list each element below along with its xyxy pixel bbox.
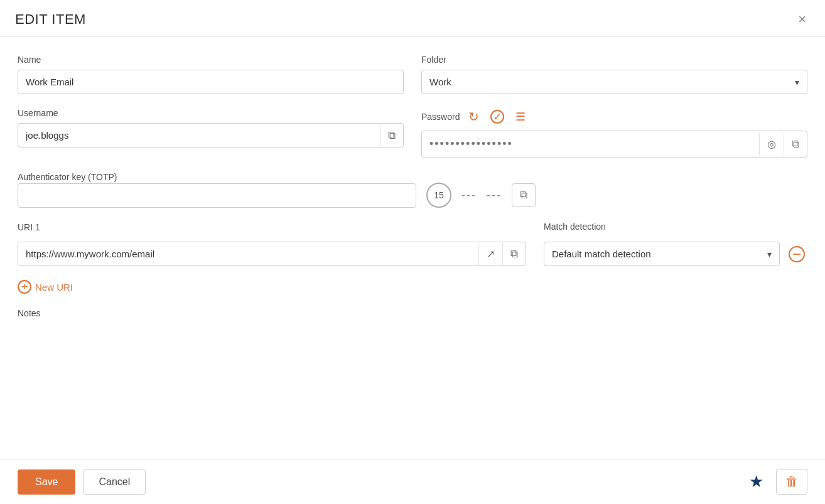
folder-col: Folder Work Personal Finance None ▾ — [421, 55, 807, 94]
new-uri-button[interactable]: + New URI — [18, 277, 73, 296]
modal-footer: Save Cancel ★ 🗑 — [0, 459, 825, 504]
folder-select[interactable]: Work Personal Finance None — [422, 70, 807, 94]
match-select[interactable]: Default match detection Base domain Host… — [544, 242, 779, 265]
list-icon: ☰ — [515, 110, 526, 124]
match-label: Match detection — [544, 222, 606, 232]
uri-input-wrap: ↗ ⧉ — [18, 242, 526, 266]
cancel-button[interactable]: Cancel — [83, 469, 146, 495]
password-options-button[interactable]: ☰ — [513, 109, 528, 125]
copy-totp-button[interactable]: ⧉ — [512, 183, 536, 207]
password-label: Password — [421, 112, 460, 122]
name-label: Name — [18, 55, 404, 65]
password-input-wrap: ◎ ⧉ — [421, 131, 807, 158]
footer-right: ★ 🗑 — [743, 468, 807, 495]
open-uri-button[interactable]: ↗ — [478, 243, 502, 265]
folder-select-wrap: Work Personal Finance None ▾ — [421, 70, 807, 94]
username-password-row: Username ⧉ Password ↻ ✓ — [18, 108, 807, 158]
name-col: Name — [18, 55, 404, 94]
toggle-password-button[interactable]: ◎ — [759, 133, 784, 155]
new-uri-label: New URI — [35, 282, 73, 292]
uri-section: URI 1 Match detection ↗ ⧉ — [18, 222, 807, 266]
copy-password-button[interactable]: ⧉ — [784, 133, 807, 156]
totp-section: Authenticator key (TOTP) 15 --- --- ⧉ — [18, 171, 807, 208]
uri-label: URI 1 — [18, 222, 40, 232]
close-button[interactable]: × — [794, 11, 810, 28]
uri-inputs-row: ↗ ⧉ Default match detection Base domain … — [18, 242, 807, 266]
name-input[interactable] — [18, 70, 403, 94]
totp-timer: 15 — [426, 183, 451, 208]
refresh-icon: ↻ — [468, 109, 479, 124]
footer-left: Save Cancel — [18, 469, 146, 495]
delete-button[interactable]: 🗑 — [776, 469, 807, 495]
copy-username-icon: ⧉ — [388, 129, 396, 142]
name-input-wrap — [18, 70, 404, 94]
username-input-wrap: ⧉ — [18, 123, 404, 147]
name-folder-row: Name Folder Work Personal Finance None ▾ — [18, 55, 807, 94]
totp-row: 15 --- --- ⧉ — [18, 183, 807, 208]
match-detect-group: Default match detection Base domain Host… — [544, 242, 807, 266]
password-input[interactable] — [422, 131, 759, 157]
totp-dash2: --- — [487, 189, 502, 202]
edit-item-modal: EDIT ITEM × Name Folder Work Personal Fi… — [0, 0, 825, 504]
remove-icon: − — [789, 246, 805, 262]
totp-input-wrap — [18, 183, 416, 208]
check-password-button[interactable]: ✓ — [488, 109, 507, 125]
modal-header: EDIT ITEM × — [0, 0, 825, 37]
copy-uri-icon: ⧉ — [510, 248, 518, 260]
password-col: Password ↻ ✓ ☰ ◎ — [421, 108, 807, 158]
username-col: Username ⧉ — [18, 108, 404, 158]
save-button[interactable]: Save — [18, 469, 75, 495]
star-icon: ★ — [749, 472, 763, 491]
folder-label: Folder — [421, 55, 807, 65]
password-label-row: Password ↻ ✓ ☰ — [421, 108, 807, 126]
check-circle-icon: ✓ — [490, 110, 504, 124]
favorite-button[interactable]: ★ — [743, 468, 770, 495]
generate-password-button[interactable]: ↻ — [466, 108, 482, 126]
copy-uri-button[interactable]: ⧉ — [502, 243, 526, 265]
copy-totp-icon: ⧉ — [520, 189, 527, 201]
totp-label: Authenticator key (TOTP) — [18, 172, 117, 182]
plus-icon: + — [18, 280, 31, 294]
remove-uri-button[interactable]: − — [786, 244, 807, 265]
match-label-wrap: Match detection — [544, 222, 807, 237]
notes-section: Notes — [18, 308, 807, 319]
username-input[interactable] — [18, 124, 380, 147]
modal-body: Name Folder Work Personal Finance None ▾ — [0, 37, 825, 459]
uri-labels-row: URI 1 Match detection — [18, 222, 807, 237]
match-select-wrap: Default match detection Base domain Host… — [544, 242, 780, 266]
uri-label-wrap: URI 1 — [18, 222, 526, 237]
totp-input[interactable] — [18, 184, 416, 207]
totp-dash1: --- — [461, 189, 477, 202]
eye-icon: ◎ — [767, 138, 776, 150]
uri-input[interactable] — [18, 242, 478, 265]
modal-title: EDIT ITEM — [15, 11, 86, 28]
username-label: Username — [18, 108, 404, 118]
external-link-icon: ↗ — [487, 248, 495, 260]
trash-icon: 🗑 — [785, 475, 798, 489]
notes-label: Notes — [18, 308, 41, 318]
copy-password-icon: ⧉ — [792, 138, 799, 151]
copy-username-button[interactable]: ⧉ — [380, 124, 403, 147]
